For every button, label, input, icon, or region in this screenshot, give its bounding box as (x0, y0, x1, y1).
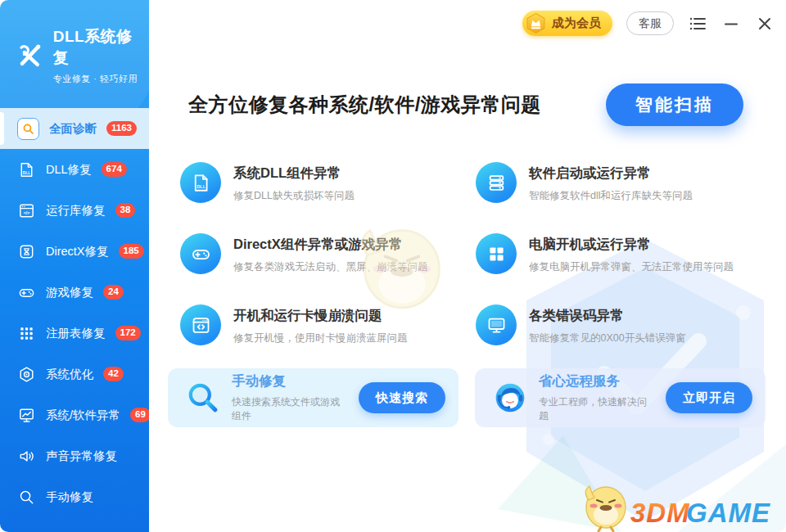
sidebar-item-label: 系统优化 (46, 367, 93, 382)
feature-title: 开机和运行卡慢崩溃问题 (233, 304, 408, 325)
sidebar-item-label: 系统/软件异常 (46, 408, 120, 423)
gamepad-icon (180, 233, 221, 274)
feature-desc: 智能修复常见的0X00开头错误弹窗 (529, 331, 686, 345)
code-window-icon (180, 304, 221, 345)
feature-title: 各类错误码异常 (529, 304, 686, 325)
dll-document-icon: DLL (180, 162, 221, 203)
count-badge: 185 (119, 244, 144, 259)
quick-search-button[interactable]: 快速搜索 (359, 382, 445, 413)
feature-slow-crash: 开机和运行卡慢崩溃问题 修复开机慢，使用时卡慢崩溃蓝屏问题 (180, 304, 469, 345)
active-indicator (0, 112, 4, 145)
sidebar-item-label: DLL修复 (46, 162, 92, 178)
count-badge: 38 (115, 203, 136, 218)
card-title: 省心远程服务 (539, 372, 654, 390)
feature-directx-game: DirectX组件异常或游戏异常 修复各类游戏无法启动、黑屏、崩溃等问题 (180, 233, 469, 274)
feature-software-launch: 软件启动或运行异常 智能修复软件dll和运行库缺失等问题 (476, 162, 765, 203)
sidebar: DLL系统修复 专业修复 · 轻巧好用 全面诊断 1163 DLL (0, 0, 149, 532)
titlebar: 成为会员 客服 (522, 11, 775, 36)
close-icon[interactable] (755, 14, 775, 34)
feature-error-codes: 各类错误码异常 智能修复常见的0X00开头错误弹窗 (476, 304, 765, 345)
sidebar-menu: 全面诊断 1163 DLL DLL修复 674 </> 运行库修复 38 (0, 108, 149, 517)
feature-title: 软件启动或运行异常 (529, 162, 693, 183)
directx-icon (17, 242, 36, 261)
chick-mascot-icon (585, 486, 626, 531)
3dmgame-logo: 3DM GAME (580, 478, 776, 532)
optimize-gear-icon (17, 365, 36, 384)
feature-title: 电脑开机或运行异常 (529, 233, 734, 254)
svg-text:3DM: 3DM (630, 498, 690, 528)
sidebar-item-label: DirectX修复 (46, 244, 109, 259)
remote-service-card: 省心远程服务 专业工程师，快速解决问题 立即开启 (475, 368, 766, 427)
sidebar-item-manual-repair[interactable]: 手动修复 (0, 476, 149, 517)
svg-text:DLL: DLL (196, 183, 206, 188)
sidebar-item-label: 游戏修复 (46, 285, 93, 300)
feature-pc-boot: 电脑开机或运行异常 修复电脑开机异常弹窗、无法正常使用等问题 (476, 233, 765, 274)
tools-logo-icon (15, 40, 44, 71)
sidebar-item-registry-repair[interactable]: 注册表修复 172 (0, 313, 149, 354)
card-title: 手动修复 (232, 372, 347, 390)
start-now-button[interactable]: 立即开启 (666, 382, 752, 413)
search-icon (17, 118, 39, 140)
app-title: DLL系统修复 (53, 26, 142, 69)
gamepad-icon (17, 283, 36, 302)
crown-badge-icon (525, 12, 547, 34)
card-desc: 快速搜索系统文件或游戏组件 (232, 395, 347, 423)
sidebar-item-runtime-repair[interactable]: </> 运行库修复 38 (0, 190, 149, 231)
sidebar-item-label: 全面诊断 (49, 121, 97, 137)
smart-scan-button[interactable]: 智能扫描 (606, 83, 743, 126)
count-badge: 1163 (106, 121, 137, 136)
dll-file-icon: DLL (17, 160, 36, 179)
vip-label: 成为会员 (552, 16, 601, 31)
sidebar-item-sound-repair[interactable]: 声音异常修复 (0, 435, 149, 476)
server-stack-icon (476, 162, 517, 203)
manual-repair-card: 手动修复 快速搜索系统文件或游戏组件 快速搜索 (168, 368, 458, 427)
svg-text:DLL: DLL (23, 170, 30, 174)
headset-support-icon (493, 381, 527, 415)
app-subtitle: 专业修复 · 轻巧好用 (53, 73, 142, 85)
menu-icon[interactable] (688, 14, 707, 34)
feature-desc: 修复开机慢，使用时卡慢崩溃蓝屏问题 (233, 331, 408, 345)
minimize-icon[interactable] (721, 14, 741, 34)
card-desc: 专业工程师，快速解决问题 (539, 395, 654, 423)
count-badge: 674 (102, 162, 127, 177)
app-window: DLL系统修复 专业修复 · 轻巧好用 全面诊断 1163 DLL (0, 0, 786, 532)
monitor-chart-icon (17, 406, 36, 425)
sidebar-item-system-software-error[interactable]: 系统/软件异常 69 (0, 394, 149, 435)
count-badge: 42 (103, 367, 124, 381)
sidebar-item-full-diagnosis[interactable]: 全面诊断 1163 (0, 108, 149, 149)
feature-system-dll: DLL 系统DLL组件异常 修复DLL缺失或损坏等问题 (180, 162, 469, 203)
feature-title: 系统DLL组件异常 (233, 162, 355, 183)
sidebar-item-directx-repair[interactable]: DirectX修复 185 (0, 231, 149, 272)
count-badge: 24 (103, 285, 124, 300)
quick-action-cards: 手动修复 快速搜索系统文件或游戏组件 快速搜索 (149, 345, 786, 427)
feature-desc: 修复电脑开机异常弹窗、无法正常使用等问题 (529, 260, 734, 274)
feature-desc: 修复各类游戏无法启动、黑屏、崩溃等问题 (233, 260, 428, 274)
windows-squares-icon (476, 233, 517, 274)
sidebar-item-game-repair[interactable]: 游戏修复 24 (0, 272, 149, 313)
monitor-icon (476, 304, 517, 345)
count-badge: 69 (130, 408, 149, 422)
feature-desc: 修复DLL缺失或损坏等问题 (233, 189, 355, 203)
sidebar-item-system-optimize[interactable]: 系统优化 42 (0, 354, 149, 394)
sidebar-item-label: 注册表修复 (46, 326, 106, 341)
sidebar-item-label: 运行库修复 (46, 203, 106, 219)
svg-text:GAME: GAME (686, 498, 770, 528)
magnifier-icon (17, 488, 36, 507)
feature-grid: DLL 系统DLL组件异常 修复DLL缺失或损坏等问题 软件启动或运行异常 (149, 126, 786, 345)
svg-text:</>: </> (24, 210, 30, 214)
feature-desc: 智能修复软件dll和运行库缺失等问题 (529, 189, 693, 203)
magnifier-gradient-icon (186, 381, 220, 415)
app-logo: DLL系统修复 专业修复 · 轻巧好用 (0, 0, 149, 108)
sidebar-item-label: 手动修复 (46, 489, 93, 505)
page-title: 全方位修复各种系统/软件/游戏异常问题 (188, 92, 541, 118)
main-panel: 成为会员 客服 全方位修复各种系统/软件/游戏异常问题 智能扫描 (149, 0, 786, 532)
become-member-button[interactable]: 成为会员 (522, 11, 612, 36)
speaker-icon (17, 447, 36, 466)
registry-grid-icon (17, 324, 36, 343)
sidebar-item-label: 声音异常修复 (46, 449, 117, 464)
customer-support-button[interactable]: 客服 (626, 11, 674, 35)
sidebar-item-dll-repair[interactable]: DLL DLL修复 674 (0, 149, 149, 190)
support-label: 客服 (639, 16, 662, 31)
runtime-window-icon: </> (17, 201, 36, 220)
count-badge: 172 (115, 326, 141, 340)
